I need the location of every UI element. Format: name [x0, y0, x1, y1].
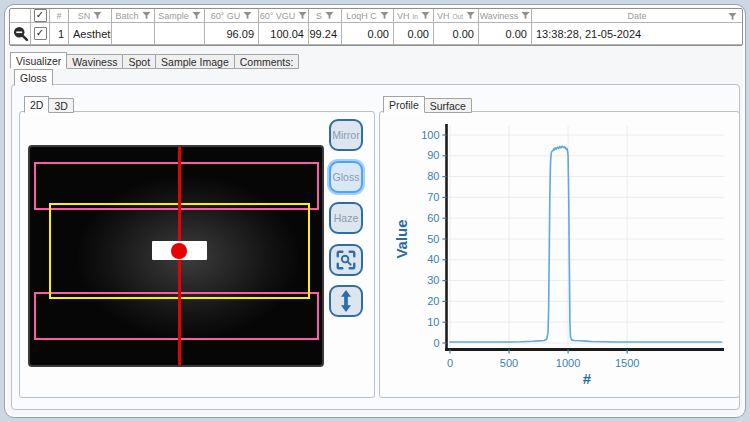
svg-text:60: 60: [427, 212, 439, 224]
filter-icon[interactable]: [93, 11, 102, 20]
header-sn[interactable]: SN: [69, 9, 112, 23]
center-marker-dot: [171, 243, 187, 259]
tab-gloss[interactable]: Gloss: [14, 69, 53, 86]
chart-tab-strip: Profile Surface: [383, 96, 472, 113]
sub-tab-strip: Gloss: [14, 69, 53, 86]
svg-text:90: 90: [427, 149, 439, 161]
vertical-stretch-icon: [336, 289, 356, 313]
header-waviness[interactable]: Waviness: [479, 9, 532, 23]
header-batch[interactable]: Batch: [112, 9, 155, 23]
filter-icon[interactable]: [421, 11, 430, 20]
filter-icon[interactable]: [380, 11, 389, 20]
svg-text:40: 40: [427, 253, 439, 265]
main-tab-strip: Visualizer Waviness Spot Sample Image Co…: [10, 52, 299, 69]
header-loqh[interactable]: LoqH C: [342, 9, 394, 23]
tab-comments[interactable]: Comments:: [234, 54, 300, 69]
svg-text:50: 50: [427, 233, 439, 245]
svg-text:30: 30: [427, 274, 439, 286]
filter-icon[interactable]: [728, 12, 737, 21]
filter-icon[interactable]: [325, 11, 334, 20]
profile-chart-panel: 0102030405060708090100050010001500Value#: [379, 111, 740, 398]
select-all-checkbox[interactable]: [34, 9, 47, 22]
svg-text:0: 0: [447, 357, 453, 369]
svg-text:1000: 1000: [556, 357, 580, 369]
svg-text:10: 10: [427, 316, 439, 328]
cell-batch: [112, 23, 155, 45]
cell-num: 1: [50, 23, 69, 45]
header-date[interactable]: Date: [532, 9, 742, 23]
app-window: # SN Batch Sample 60° GU 60° VGU S LoqH …: [4, 4, 746, 418]
svg-text:#: #: [583, 370, 592, 387]
tab-3d[interactable]: 3D: [48, 98, 73, 113]
header-vh-in[interactable]: VHIn: [394, 9, 434, 23]
cell-60gu: 96.09: [205, 23, 259, 45]
header-vh-out[interactable]: VHOut: [434, 9, 479, 23]
svg-text:Value: Value: [393, 219, 410, 258]
filter-icon[interactable]: [298, 11, 307, 20]
cell-date: 13:38:28, 21-05-2024: [532, 23, 742, 45]
filter-icon[interactable]: [466, 11, 475, 20]
cell-waviness: 0.00: [479, 23, 532, 45]
header-60gu[interactable]: 60° GU: [205, 9, 259, 23]
cell-sample: [155, 23, 205, 45]
header-expander: [10, 9, 31, 23]
cell-sn: Aesthetix: [69, 23, 112, 45]
row-checkbox[interactable]: [34, 27, 47, 40]
row-collapse-button[interactable]: [10, 23, 31, 45]
row-select-cell[interactable]: [31, 23, 50, 45]
header-sample[interactable]: Sample: [155, 9, 205, 23]
filter-icon[interactable]: [192, 11, 201, 20]
cell-60vgu: 100.04: [259, 23, 309, 45]
tab-sample-image[interactable]: Sample Image: [155, 54, 235, 69]
svg-text:1500: 1500: [615, 357, 639, 369]
view-tab-strip: 2D 3D: [24, 96, 74, 113]
tab-waviness[interactable]: Waviness: [66, 54, 123, 69]
cell-vh-out: 0.00: [434, 23, 479, 45]
header-s[interactable]: S: [309, 9, 342, 23]
svg-text:70: 70: [427, 191, 439, 203]
vertical-stretch-button[interactable]: [329, 285, 363, 317]
header-num[interactable]: #: [50, 9, 69, 23]
svg-text:20: 20: [427, 295, 439, 307]
header-60vgu[interactable]: 60° VGU: [259, 9, 309, 23]
visualizer-toolbar: Mirror Gloss Haze: [329, 119, 363, 317]
cell-vh-in: 0.00: [394, 23, 434, 45]
sample-visualization-image[interactable]: [30, 147, 322, 365]
profile-line-chart[interactable]: 0102030405060708090100050010001500Value#: [380, 112, 739, 397]
cell-loqh: 0.00: [342, 23, 394, 45]
tab-surface[interactable]: Surface: [424, 98, 472, 113]
tab-2d[interactable]: 2D: [24, 96, 49, 113]
filter-icon[interactable]: [243, 11, 252, 20]
tab-spot[interactable]: Spot: [122, 54, 156, 69]
roi-pink-bottom: [34, 292, 319, 340]
visualizer-panel: Mirror Gloss Haze: [19, 111, 375, 398]
svg-text:100: 100: [421, 129, 439, 141]
filter-icon[interactable]: [142, 11, 151, 20]
cell-s: 99.24: [309, 23, 342, 45]
haze-button[interactable]: Haze: [329, 202, 363, 234]
results-table: # SN Batch Sample 60° GU 60° VGU S LoqH …: [9, 8, 743, 46]
mirror-button[interactable]: Mirror: [329, 119, 363, 151]
tab-profile[interactable]: Profile: [383, 96, 425, 113]
zoom-out-icon: [12, 25, 29, 42]
header-select-all[interactable]: [31, 9, 50, 23]
gloss-button[interactable]: Gloss: [329, 161, 363, 193]
svg-text:500: 500: [500, 357, 518, 369]
tab-visualizer[interactable]: Visualizer: [10, 52, 67, 69]
zoom-fit-icon: [335, 249, 357, 271]
zoom-fit-button[interactable]: [329, 244, 363, 276]
svg-text:0: 0: [433, 337, 439, 349]
svg-text:80: 80: [427, 170, 439, 182]
filter-icon[interactable]: [521, 11, 530, 20]
